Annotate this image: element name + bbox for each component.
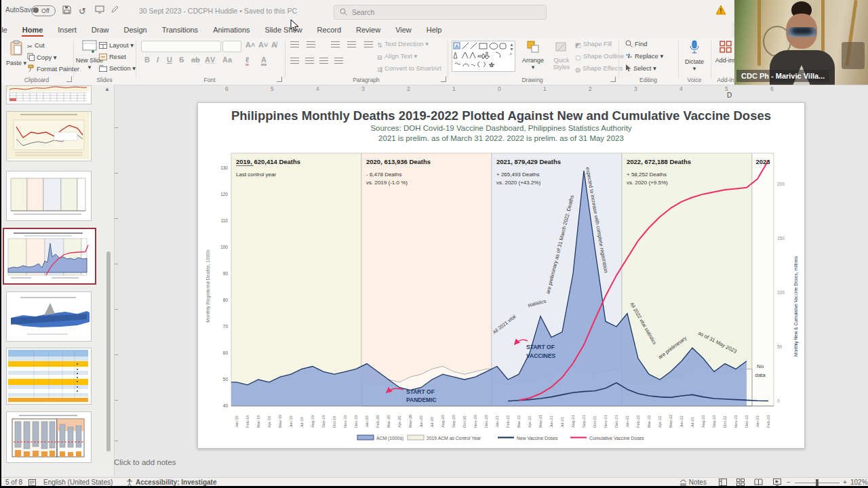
undo-icon[interactable]: ↺: [79, 6, 86, 16]
webcam-overlay[interactable]: CDC Ph - Marivic Villa...: [734, 0, 868, 85]
drawing-dialog-launcher[interactable]: [610, 77, 616, 82]
format-painter-button[interactable]: Format Painter: [27, 64, 79, 75]
accessibility-status[interactable]: Accessibility: Investigate: [136, 479, 217, 486]
slide-thumbnail-1[interactable]: [6, 85, 92, 104]
strikethrough-button[interactable]: S: [179, 56, 184, 64]
align-buttons[interactable]: [290, 58, 343, 68]
zoom-percentage[interactable]: 102%: [850, 479, 868, 486]
panel-heading-2020: 2020, 613,936 Deaths: [366, 158, 431, 165]
arrange-label: Arrange: [522, 57, 544, 64]
arrange-button[interactable]: Arrange▾: [518, 39, 548, 70]
find-button[interactable]: Find: [625, 40, 647, 50]
decrease-indent-icon: [331, 41, 340, 47]
shrink-font-button[interactable]: A˅: [258, 41, 268, 49]
x-axis-label: Aug-22: [701, 415, 705, 428]
tab-view[interactable]: View: [388, 24, 419, 37]
legend-label: ACM (1000s): [376, 436, 403, 441]
shape-outline-button[interactable]: ▢Shape Outline: [575, 52, 624, 62]
reset-button[interactable]: Reset: [99, 53, 126, 63]
x-axis-label: Apr-21: [528, 416, 532, 428]
scroll-up-arrow[interactable]: ▲: [104, 86, 110, 92]
tab-transitions[interactable]: Transitions: [155, 24, 205, 37]
language-selector[interactable]: English (United States): [43, 479, 113, 486]
paragraph-dialog-launcher[interactable]: [441, 77, 446, 82]
font-dialog-launcher[interactable]: [277, 77, 282, 82]
tab-file[interactable]: File: [0, 24, 15, 37]
tab-draw[interactable]: Draw: [84, 24, 117, 37]
italic-button[interactable]: I: [157, 56, 159, 64]
font-size-field[interactable]: [222, 41, 241, 52]
notes-toggle-button[interactable]: Notes: [679, 479, 707, 486]
font-name-field[interactable]: [141, 41, 221, 52]
slide-thumbnail-7[interactable]: [6, 411, 92, 463]
zoom-slider-thumb[interactable]: [816, 479, 818, 486]
pen-icon[interactable]: [111, 5, 119, 16]
x-axis-label: Jun-22: [679, 415, 684, 428]
tab-home[interactable]: Home: [15, 24, 51, 37]
slide-thumbnail-6[interactable]: [6, 348, 92, 405]
autosave-toggle[interactable]: Off: [31, 5, 56, 16]
convert-smartart-button[interactable]: ⇶Convert to SmartArt: [377, 64, 441, 75]
search-input[interactable]: Search: [334, 5, 547, 20]
highlight-color-button[interactable]: ℓ: [245, 56, 249, 66]
notes-placeholder[interactable]: Click to add notes: [114, 458, 176, 466]
slideshow-view-button[interactable]: [773, 479, 781, 486]
clear-format-button[interactable]: A̸: [271, 41, 277, 49]
quick-styles-button[interactable]: Quick Styles: [547, 39, 576, 70]
tab-insert[interactable]: Insert: [50, 24, 84, 37]
warning-icon[interactable]: [715, 5, 726, 17]
tab-design[interactable]: Design: [116, 24, 154, 37]
slide-thumbnail-panel: ▲: [0, 85, 115, 476]
slide-thumbnail-3[interactable]: [6, 171, 92, 221]
shape-effects-button[interactable]: ◍Shape Effects: [575, 64, 623, 75]
replace-button[interactable]: Replace ▾: [625, 52, 663, 62]
indent-buttons[interactable]: [331, 41, 373, 52]
text-direction-button[interactable]: ⇅Text Direction ▾: [377, 40, 429, 50]
x-axis-label: Feb-20: [376, 415, 380, 428]
underline-button[interactable]: U: [167, 56, 172, 64]
cut-button[interactable]: ✂Cut: [27, 41, 45, 52]
layout-button[interactable]: Layout ▾: [99, 41, 134, 52]
slide-canvas[interactable]: Philippines Monthly Deaths 2019-2022 Plo…: [197, 102, 805, 449]
bold-button[interactable]: B: [144, 56, 150, 64]
font-color-button[interactable]: A: [261, 56, 267, 66]
shape-fill-button[interactable]: ◩Shape Fill: [575, 40, 612, 50]
tab-help[interactable]: Help: [419, 24, 450, 37]
tab-slide-show[interactable]: Slide Show: [258, 24, 310, 37]
left-axis-tick: 40: [223, 403, 229, 408]
save-icon[interactable]: [62, 5, 71, 16]
normal-view-button[interactable]: [719, 479, 727, 486]
left-axis-tick: 120: [220, 192, 228, 197]
section-button[interactable]: Section ▾: [99, 64, 136, 75]
slide-sorter-view-button[interactable]: [736, 479, 745, 486]
shapes-scroll-up[interactable]: ▲▼≡: [509, 42, 514, 56]
select-button[interactable]: Select ▾: [625, 64, 656, 75]
search-icon: [340, 8, 347, 16]
present-icon[interactable]: [95, 5, 104, 16]
thumbnail-scrollbar[interactable]: [106, 251, 111, 451]
tab-animations[interactable]: Animations: [205, 24, 257, 37]
zoom-in-button[interactable]: +: [843, 479, 847, 486]
char-spacing-button[interactable]: A̲V̲: [205, 56, 215, 64]
bullets-button[interactable]: [290, 41, 315, 52]
reading-view-button[interactable]: [754, 479, 763, 486]
left-axis-tick: 60: [223, 350, 229, 355]
clipboard-dialog-launcher[interactable]: [66, 77, 72, 82]
x-axis-label: Feb-19: [245, 415, 250, 428]
align-text-button[interactable]: ⊟Align Text ▾: [377, 52, 417, 62]
slide-thumbnail-5[interactable]: [6, 291, 92, 342]
grow-font-button[interactable]: A˄: [245, 41, 255, 49]
text-shadow-button[interactable]: ab: [191, 56, 200, 64]
tab-record[interactable]: Record: [310, 24, 349, 37]
dictate-button[interactable]: Dictate▾: [681, 39, 708, 72]
slide-thumbnail-4-selected[interactable]: [3, 228, 96, 285]
zoom-out-button[interactable]: −: [787, 479, 791, 486]
change-case-button[interactable]: Aa: [222, 56, 232, 64]
shapes-gallery[interactable]: A ▲▼≡: [452, 41, 515, 72]
deaths-vaccines-chart[interactable]: 405060708090100110120130050100150200Mont…: [198, 103, 804, 448]
slide-thumbnail-2[interactable]: [6, 111, 92, 161]
tab-review[interactable]: Review: [349, 24, 388, 37]
legend-swatch: [357, 435, 374, 440]
notes-indicator-icon[interactable]: [28, 479, 36, 486]
copy-button[interactable]: Copy ▾: [27, 53, 57, 63]
